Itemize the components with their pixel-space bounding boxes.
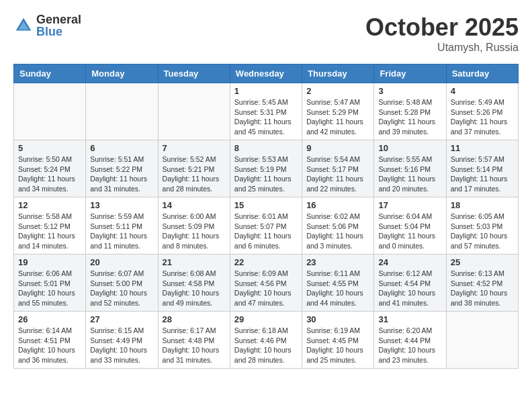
day-of-week-header: Thursday — [302, 64, 374, 83]
day-info: Sunrise: 6:17 AM Sunset: 4:48 PM Dayligh… — [163, 326, 226, 365]
calendar-cell: 26Sunrise: 6:14 AM Sunset: 4:51 PM Dayli… — [14, 312, 86, 369]
week-row: 5Sunrise: 5:50 AM Sunset: 5:24 PM Daylig… — [14, 140, 519, 197]
week-row: 19Sunrise: 6:06 AM Sunset: 5:01 PM Dayli… — [14, 255, 519, 312]
calendar-cell: 15Sunrise: 6:01 AM Sunset: 5:07 PM Dayli… — [230, 197, 302, 255]
title-block: October 2025 Utamysh, Russia — [365, 13, 519, 54]
page-header: General Blue October 2025 Utamysh, Russi… — [13, 13, 519, 54]
day-info: Sunrise: 5:52 AM Sunset: 5:21 PM Dayligh… — [163, 154, 226, 194]
day-info: Sunrise: 6:20 AM Sunset: 4:44 PM Dayligh… — [378, 326, 441, 365]
calendar-cell: 3Sunrise: 5:48 AM Sunset: 5:28 PM Daylig… — [374, 83, 446, 140]
logo-blue-text: Blue — [36, 26, 81, 38]
day-info: Sunrise: 5:58 AM Sunset: 5:12 PM Dayligh… — [18, 212, 81, 251]
calendar-cell: 22Sunrise: 6:09 AM Sunset: 4:56 PM Dayli… — [230, 255, 302, 312]
day-number: 18 — [451, 200, 514, 210]
day-number: 15 — [234, 200, 298, 210]
day-info: Sunrise: 6:04 AM Sunset: 5:04 PM Dayligh… — [378, 212, 441, 251]
day-info: Sunrise: 5:55 AM Sunset: 5:16 PM Dayligh… — [378, 154, 441, 194]
location-text: Utamysh, Russia — [365, 42, 519, 54]
day-info: Sunrise: 6:08 AM Sunset: 4:58 PM Dayligh… — [163, 269, 226, 308]
day-info: Sunrise: 6:12 AM Sunset: 4:54 PM Dayligh… — [378, 269, 441, 308]
day-number: 24 — [378, 257, 441, 267]
month-title: October 2025 — [365, 13, 519, 42]
logo-general-text: General — [36, 13, 81, 26]
day-number: 19 — [18, 257, 81, 267]
week-row: 26Sunrise: 6:14 AM Sunset: 4:51 PM Dayli… — [14, 312, 519, 369]
week-row: 1Sunrise: 5:45 AM Sunset: 5:31 PM Daylig… — [14, 83, 519, 140]
calendar-cell: 24Sunrise: 6:12 AM Sunset: 4:54 PM Dayli… — [374, 255, 446, 312]
day-number: 10 — [378, 143, 441, 153]
day-info: Sunrise: 6:06 AM Sunset: 5:01 PM Dayligh… — [18, 269, 81, 308]
day-number: 25 — [451, 257, 514, 267]
day-of-week-header: Monday — [86, 64, 158, 83]
day-number: 3 — [378, 86, 441, 96]
calendar-cell: 18Sunrise: 6:05 AM Sunset: 5:03 PM Dayli… — [446, 197, 518, 255]
calendar-cell — [14, 83, 86, 140]
logo-icon — [13, 15, 34, 36]
calendar-cell: 30Sunrise: 6:19 AM Sunset: 4:45 PM Dayli… — [302, 312, 374, 369]
calendar-cell — [446, 312, 518, 369]
calendar-cell: 10Sunrise: 5:55 AM Sunset: 5:16 PM Dayli… — [374, 140, 446, 197]
calendar-cell: 23Sunrise: 6:11 AM Sunset: 4:55 PM Dayli… — [302, 255, 374, 312]
calendar-cell: 31Sunrise: 6:20 AM Sunset: 4:44 PM Dayli… — [374, 312, 446, 369]
day-number: 30 — [306, 314, 369, 324]
day-of-week-header: Wednesday — [230, 64, 302, 83]
calendar-cell: 27Sunrise: 6:15 AM Sunset: 4:49 PM Dayli… — [86, 312, 158, 369]
logo-text: General Blue — [36, 13, 81, 38]
day-number: 23 — [306, 257, 369, 267]
day-number: 28 — [163, 314, 226, 324]
calendar-cell: 12Sunrise: 5:58 AM Sunset: 5:12 PM Dayli… — [14, 197, 86, 255]
day-number: 31 — [378, 314, 441, 324]
day-info: Sunrise: 6:01 AM Sunset: 5:07 PM Dayligh… — [234, 212, 298, 251]
day-number: 7 — [163, 143, 226, 153]
calendar-cell: 13Sunrise: 5:59 AM Sunset: 5:11 PM Dayli… — [86, 197, 158, 255]
day-info: Sunrise: 6:18 AM Sunset: 4:46 PM Dayligh… — [234, 326, 298, 365]
day-info: Sunrise: 5:59 AM Sunset: 5:11 PM Dayligh… — [90, 212, 153, 251]
day-number: 4 — [451, 86, 514, 96]
day-info: Sunrise: 5:45 AM Sunset: 5:31 PM Dayligh… — [234, 97, 298, 137]
calendar-cell: 19Sunrise: 6:06 AM Sunset: 5:01 PM Dayli… — [14, 255, 86, 312]
day-number: 16 — [306, 200, 369, 210]
calendar-cell: 8Sunrise: 5:53 AM Sunset: 5:19 PM Daylig… — [230, 140, 302, 197]
day-number: 29 — [234, 314, 298, 324]
day-info: Sunrise: 6:19 AM Sunset: 4:45 PM Dayligh… — [306, 326, 369, 365]
calendar-cell: 16Sunrise: 6:02 AM Sunset: 5:06 PM Dayli… — [302, 197, 374, 255]
day-info: Sunrise: 6:15 AM Sunset: 4:49 PM Dayligh… — [90, 326, 153, 365]
day-info: Sunrise: 5:51 AM Sunset: 5:22 PM Dayligh… — [90, 154, 153, 194]
day-info: Sunrise: 6:09 AM Sunset: 4:56 PM Dayligh… — [234, 269, 298, 308]
day-number: 9 — [306, 143, 369, 153]
calendar-table: SundayMondayTuesdayWednesdayThursdayFrid… — [13, 64, 519, 369]
calendar-cell: 5Sunrise: 5:50 AM Sunset: 5:24 PM Daylig… — [14, 140, 86, 197]
calendar-header-row: SundayMondayTuesdayWednesdayThursdayFrid… — [14, 64, 519, 83]
day-of-week-header: Sunday — [14, 64, 86, 83]
day-number: 11 — [451, 143, 514, 153]
day-number: 1 — [234, 86, 298, 96]
day-info: Sunrise: 5:47 AM Sunset: 5:29 PM Dayligh… — [306, 97, 369, 137]
day-number: 8 — [234, 143, 298, 153]
calendar-cell: 7Sunrise: 5:52 AM Sunset: 5:21 PM Daylig… — [158, 140, 230, 197]
day-info: Sunrise: 6:13 AM Sunset: 4:52 PM Dayligh… — [451, 269, 514, 308]
day-number: 2 — [306, 86, 369, 96]
day-info: Sunrise: 5:57 AM Sunset: 5:14 PM Dayligh… — [451, 154, 514, 194]
calendar-cell: 11Sunrise: 5:57 AM Sunset: 5:14 PM Dayli… — [446, 140, 518, 197]
day-number: 26 — [18, 314, 81, 324]
day-info: Sunrise: 5:53 AM Sunset: 5:19 PM Dayligh… — [234, 154, 298, 194]
day-info: Sunrise: 5:50 AM Sunset: 5:24 PM Dayligh… — [18, 154, 81, 194]
day-info: Sunrise: 6:02 AM Sunset: 5:06 PM Dayligh… — [306, 212, 369, 251]
logo: General Blue — [13, 13, 81, 38]
day-number: 21 — [163, 257, 226, 267]
day-number: 5 — [18, 143, 81, 153]
calendar-cell — [86, 83, 158, 140]
day-info: Sunrise: 5:54 AM Sunset: 5:17 PM Dayligh… — [306, 154, 369, 194]
calendar-cell: 6Sunrise: 5:51 AM Sunset: 5:22 PM Daylig… — [86, 140, 158, 197]
calendar-cell: 28Sunrise: 6:17 AM Sunset: 4:48 PM Dayli… — [158, 312, 230, 369]
calendar-cell: 2Sunrise: 5:47 AM Sunset: 5:29 PM Daylig… — [302, 83, 374, 140]
calendar-cell: 14Sunrise: 6:00 AM Sunset: 5:09 PM Dayli… — [158, 197, 230, 255]
day-number: 27 — [90, 314, 153, 324]
day-number: 20 — [90, 257, 153, 267]
day-info: Sunrise: 6:14 AM Sunset: 4:51 PM Dayligh… — [18, 326, 81, 365]
calendar-cell: 29Sunrise: 6:18 AM Sunset: 4:46 PM Dayli… — [230, 312, 302, 369]
day-info: Sunrise: 6:11 AM Sunset: 4:55 PM Dayligh… — [306, 269, 369, 308]
day-info: Sunrise: 6:00 AM Sunset: 5:09 PM Dayligh… — [163, 212, 226, 251]
week-row: 12Sunrise: 5:58 AM Sunset: 5:12 PM Dayli… — [14, 197, 519, 255]
day-info: Sunrise: 6:07 AM Sunset: 5:00 PM Dayligh… — [90, 269, 153, 308]
